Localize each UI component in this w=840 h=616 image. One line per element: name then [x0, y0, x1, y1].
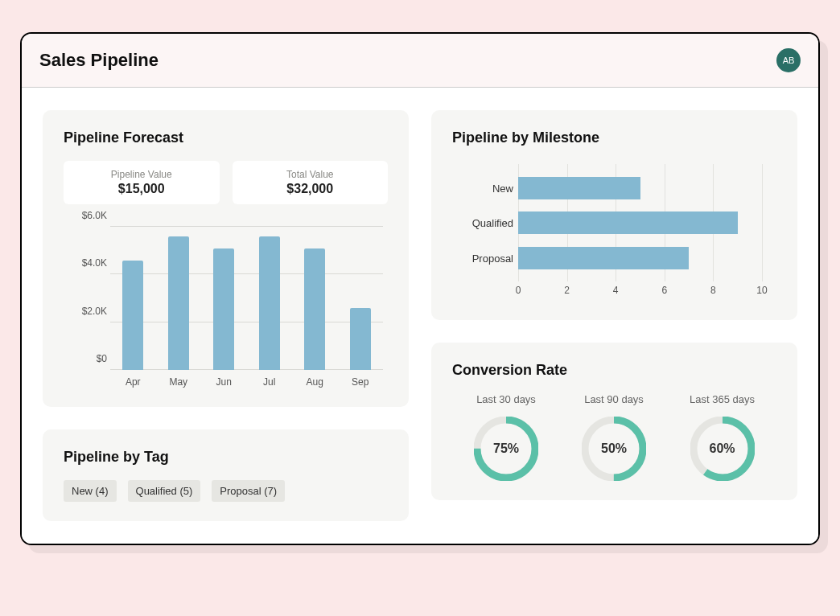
x-axis-label: Jul	[253, 376, 286, 388]
stat-total-value: Total Value $32,000	[233, 161, 389, 204]
ring-label: Last 90 days	[582, 393, 646, 405]
x-axis-label: Sep	[344, 376, 377, 388]
card-conversion: Conversion Rate Last 30 days75%Last 90 d…	[431, 343, 797, 500]
ring-percent: 60%	[690, 417, 755, 481]
card-title-by-milestone: Pipeline by Milestone	[452, 129, 776, 146]
hbar-category-label: Qualified	[452, 217, 513, 229]
bar	[122, 261, 143, 370]
x-axis-label: 4	[613, 285, 619, 296]
x-axis-label: 2	[564, 285, 570, 296]
ring-percent: 75%	[474, 417, 538, 481]
x-axis-label: Apr	[117, 376, 149, 388]
ring-icon: 60%	[690, 417, 755, 481]
bar	[168, 236, 189, 370]
x-axis-labels: 0246810	[518, 285, 762, 301]
x-axis-label: May	[163, 376, 195, 388]
card-by-milestone: Pipeline by Milestone NewQualifiedPropos…	[431, 110, 797, 320]
stat-label: Pipeline Value	[70, 169, 213, 180]
hbar	[518, 177, 640, 199]
page-title: Sales Pipeline	[39, 50, 159, 71]
conversion-rings: Last 30 days75%Last 90 days50%Last 365 d…	[452, 393, 776, 481]
y-axis-label: $4.0K	[64, 257, 107, 269]
x-axis-label: 6	[661, 285, 667, 296]
tag-list: New (4) Qualified (5) Proposal (7)	[64, 480, 388, 502]
stat-value: $32,000	[239, 182, 382, 196]
ring-icon: 50%	[582, 417, 646, 481]
x-axis-label: 10	[756, 285, 767, 296]
stat-value: $15,000	[70, 182, 213, 196]
ring-percent: 50%	[582, 417, 646, 481]
avatar[interactable]: AB	[776, 48, 801, 72]
bar	[259, 236, 280, 370]
hbar	[518, 247, 689, 269]
ring-icon: 75%	[474, 417, 538, 481]
hbar-category-label: New	[452, 182, 513, 194]
tag-chip[interactable]: Qualified (5)	[128, 480, 201, 502]
conversion-ring: Last 365 days60%	[690, 393, 755, 481]
hbar-area	[518, 164, 762, 281]
dashboard-body: Pipeline Forecast Pipeline Value $15,000…	[22, 88, 818, 544]
card-title-by-tag: Pipeline by Tag	[64, 449, 388, 466]
bars	[110, 227, 383, 370]
forecast-stats: Pipeline Value $15,000 Total Value $32,0…	[64, 161, 388, 204]
y-axis-label: $2.0K	[64, 306, 107, 317]
tag-chip[interactable]: New (4)	[64, 480, 117, 502]
y-axis-label: $0	[64, 353, 107, 364]
stat-pipeline-value: Pipeline Value $15,000	[64, 161, 220, 204]
card-title-forecast: Pipeline Forecast	[64, 129, 388, 146]
forecast-bar-chart: $0$2.0K$4.0K$6.0KAprMayJunJulAugSep	[64, 227, 388, 388]
x-axis-label: 8	[710, 285, 716, 296]
milestone-hbar-chart: NewQualifiedProposal0246810	[452, 164, 776, 301]
y-axis-label: $6.0K	[64, 210, 107, 221]
conversion-ring: Last 30 days75%	[474, 393, 538, 481]
ring-label: Last 365 days	[690, 393, 755, 405]
ring-label: Last 30 days	[474, 393, 538, 405]
gridline	[762, 164, 763, 281]
card-by-tag: Pipeline by Tag New (4) Qualified (5) Pr…	[43, 429, 409, 521]
bar	[304, 248, 325, 370]
hbar-row	[518, 247, 762, 269]
hbar-row	[518, 211, 762, 234]
bar	[350, 308, 371, 370]
hbar	[518, 211, 738, 234]
x-axis-label: Aug	[299, 376, 331, 388]
hbar-category-label: Proposal	[452, 252, 513, 264]
bar	[213, 248, 234, 370]
hbar-row	[518, 177, 762, 199]
card-title-conversion: Conversion Rate	[452, 362, 776, 379]
card-forecast: Pipeline Forecast Pipeline Value $15,000…	[43, 110, 409, 407]
conversion-ring: Last 90 days50%	[582, 393, 646, 481]
x-axis-label: Jun	[208, 376, 240, 388]
x-axis-labels: AprMayJunJulAugSep	[110, 376, 383, 388]
tag-chip[interactable]: Proposal (7)	[212, 480, 285, 502]
stat-label: Total Value	[239, 169, 382, 180]
x-axis-label: 0	[516, 285, 521, 296]
dashboard-window: Sales Pipeline AB Pipeline Forecast Pipe…	[20, 32, 820, 545]
header: Sales Pipeline AB	[22, 34, 818, 88]
